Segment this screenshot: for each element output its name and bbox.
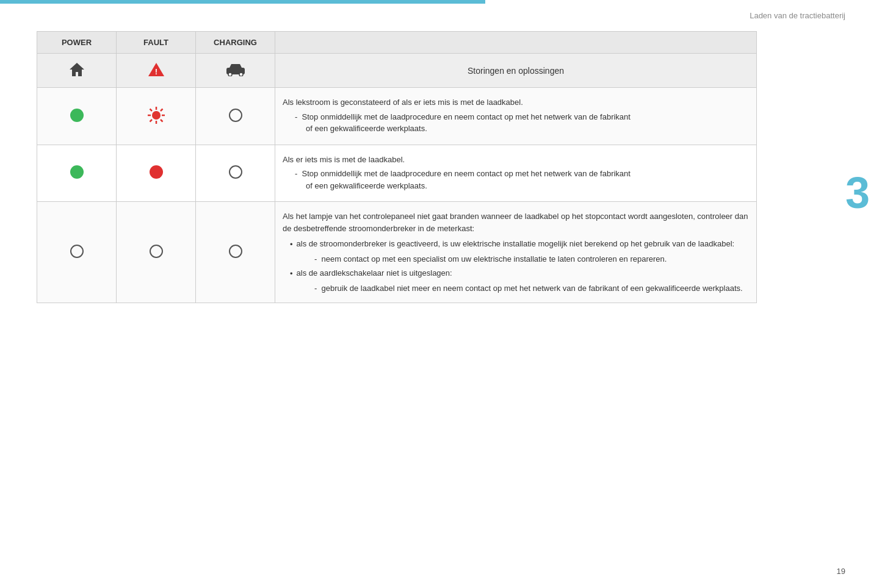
svg-point-6	[239, 73, 243, 76]
svg-line-13	[161, 109, 163, 111]
row1-power	[37, 88, 117, 145]
table-row: Als er iets mis is met de laadkabel. - S…	[37, 145, 757, 202]
row3-bullet1: • als de stroomonderbreker is geactiveer…	[290, 238, 749, 251]
row3-bullet2: • als de aardlekschakelaar niet is uitge…	[290, 267, 749, 280]
empty-circle	[229, 245, 242, 258]
car-icon	[225, 63, 246, 76]
row2-desc-dash: - Stop onmiddellijk met de laadprocedure…	[295, 168, 749, 192]
svg-line-14	[150, 120, 152, 122]
svg-point-15	[152, 111, 161, 120]
red-circle	[150, 165, 163, 179]
main-content: POWER FAULT CHARGING !	[0, 25, 793, 315]
empty-circle	[229, 165, 242, 179]
row2-charging	[196, 145, 275, 202]
bullet-dot: •	[290, 238, 293, 251]
row3-sub-dash2: - gebruik de laadkabel niet meer en neem…	[314, 282, 749, 295]
svg-line-11	[150, 109, 152, 111]
svg-point-5	[228, 73, 232, 76]
status-table: POWER FAULT CHARGING !	[37, 31, 757, 303]
row2-fault	[117, 145, 196, 202]
row3-description: Als het lampje van het controlepaneel ni…	[275, 202, 757, 303]
svg-marker-0	[70, 63, 84, 76]
row3-fault	[117, 202, 196, 303]
row3-bullet1-text: als de stroomonderbreker is geactiveerd,…	[297, 238, 735, 250]
storingen-label: Storingen en oplossingen	[468, 66, 564, 76]
table-row: Als het lampje van het controlepaneel ni…	[37, 202, 757, 303]
chapter-number: 3	[845, 171, 870, 215]
row2-power	[37, 145, 117, 202]
row3-power	[37, 202, 117, 303]
page-number: 19	[837, 567, 845, 576]
row1-charging	[196, 88, 275, 145]
row3-bullet1-wrapper: • als de stroomonderbreker is geactiveer…	[283, 238, 749, 265]
header-power: POWER	[37, 32, 117, 54]
table-row: Als lekstroom is geconstateerd of als er…	[37, 88, 757, 145]
green-circle	[70, 109, 84, 122]
svg-marker-4	[230, 64, 242, 68]
table-header-row: POWER FAULT CHARGING	[37, 32, 757, 54]
warning-triangle-icon: !	[148, 61, 165, 78]
row2-desc-main: Als er iets mis is met de laadkabel.	[283, 154, 749, 166]
empty-circle	[150, 245, 163, 258]
empty-circle	[70, 245, 84, 258]
row1-desc-dash: - Stop onmiddellijk met de laadprocedure…	[295, 111, 749, 135]
row2-description: Als er iets mis is met de laadkabel. - S…	[275, 145, 757, 202]
row1-fault	[117, 88, 196, 145]
row3-charging	[196, 202, 275, 303]
header-charging: CHARGING	[196, 32, 275, 54]
page-header: Laden van de tractiebatterij	[0, 4, 882, 25]
row3-desc-main: Als het lampje van het controlepaneel ni…	[283, 210, 749, 234]
row3-bullet2-wrapper: • als de aardlekschakelaar niet is uitge…	[283, 267, 749, 294]
svg-text:!: !	[154, 67, 157, 76]
bullet-dot2: •	[290, 268, 293, 280]
empty-circle	[229, 109, 242, 122]
header-description	[275, 32, 757, 54]
svg-line-12	[161, 120, 163, 122]
icon-row: ! Storingen en oplossingen	[37, 54, 757, 88]
row3-sub-dash1: - neem contact op met een specialist om …	[314, 253, 749, 265]
green-circle	[70, 165, 84, 179]
sun-red-icon	[147, 106, 165, 124]
power-icon-cell	[37, 54, 117, 88]
header-fault: FAULT	[117, 32, 196, 54]
page-title: Laden van de tractiebatterij	[750, 11, 845, 20]
row1-desc-main: Als lekstroom is geconstateerd of als er…	[283, 96, 749, 109]
row3-bullet2-text: als de aardlekschakelaar niet is uitgesl…	[297, 267, 452, 279]
charging-icon-cell	[196, 54, 275, 88]
fault-icon-cell: !	[117, 54, 196, 88]
row1-description: Als lekstroom is geconstateerd of als er…	[275, 88, 757, 145]
header-description-label: Storingen en oplossingen	[275, 54, 757, 88]
house-icon	[68, 61, 85, 78]
